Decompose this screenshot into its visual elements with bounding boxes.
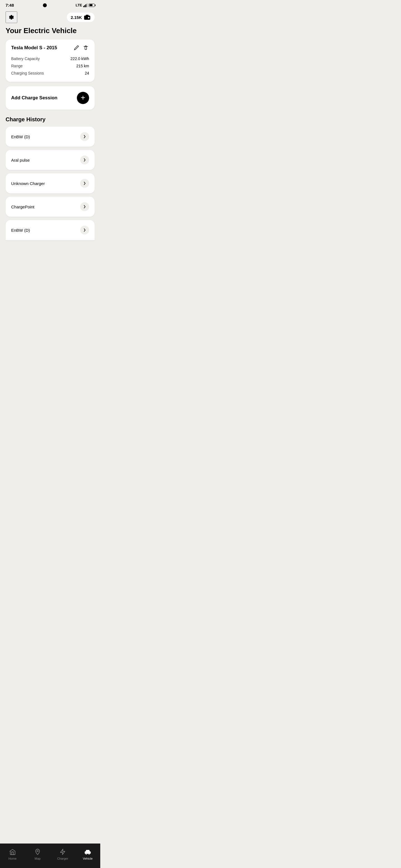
wallet-amount: 2.15K [71, 15, 82, 20]
history-item-name: EnBW (D) [11, 134, 30, 139]
history-item-name: Unknown Charger [11, 181, 45, 186]
chevron-right-icon [80, 132, 89, 141]
vehicle-actions [73, 44, 89, 51]
gear-icon [7, 13, 15, 21]
network-type: LTE [76, 3, 82, 7]
settings-button[interactable] [6, 11, 17, 23]
page-content: Your Electric Vehicle Tesla Model S - 20… [0, 26, 100, 265]
plus-icon: + [81, 94, 85, 101]
svg-rect-2 [88, 17, 89, 18]
vehicle-card: Tesla Model S - 2015 Battery Capacity 22… [6, 39, 95, 82]
sessions-value: 24 [85, 71, 89, 75]
add-session-label: Add Charge Session [11, 95, 57, 101]
edit-icon [74, 45, 79, 51]
camera-dot [43, 3, 47, 7]
chevron-right-icon [80, 179, 89, 188]
history-item[interactable]: ChargePoint [6, 197, 95, 217]
charge-history-title: Charge History [6, 116, 95, 123]
chevron-right-icon [80, 202, 89, 211]
add-session-button[interactable]: + [77, 92, 89, 104]
history-item[interactable]: Unknown Charger [6, 173, 95, 193]
history-item-name: ChargePoint [11, 205, 34, 209]
history-item-name: Aral pulse [11, 158, 30, 162]
history-item-name: EnBW (D) [11, 228, 30, 232]
wallet-icon [84, 15, 90, 20]
add-session-card[interactable]: Add Charge Session + [6, 86, 95, 110]
battery-label: Battery Capacity [11, 57, 40, 61]
signal-icon [83, 3, 87, 7]
chevron-right-icon [80, 226, 89, 235]
edit-vehicle-button[interactable] [73, 44, 80, 51]
camera-notch [43, 3, 47, 7]
wallet-button[interactable]: 2.15K [67, 12, 95, 22]
sessions-row: Charging Sessions 24 [11, 69, 89, 77]
top-bar: 2.15K [0, 9, 100, 26]
history-item[interactable]: EnBW (D) [6, 127, 95, 147]
delete-vehicle-button[interactable] [82, 44, 89, 51]
sessions-label: Charging Sessions [11, 71, 44, 75]
status-icons: LTE [76, 3, 95, 7]
vehicle-header: Tesla Model S - 2015 [11, 44, 89, 51]
battery-icon [89, 4, 95, 7]
status-time: 7:48 [6, 3, 14, 7]
history-item[interactable]: EnBW (D) [6, 220, 95, 240]
battery-row: Battery Capacity 222.0 kWh [11, 55, 89, 62]
svg-rect-1 [86, 15, 89, 16]
range-label: Range [11, 64, 23, 68]
status-bar: 7:48 LTE [0, 0, 100, 9]
vehicle-name: Tesla Model S - 2015 [11, 45, 57, 51]
battery-value: 222.0 kWh [70, 57, 89, 61]
range-row: Range 215 km [11, 62, 89, 69]
history-item[interactable]: Aral pulse [6, 150, 95, 170]
trash-icon [83, 45, 89, 51]
page-title: Your Electric Vehicle [6, 26, 95, 35]
range-value: 215 km [76, 64, 89, 68]
chevron-right-icon [80, 156, 89, 164]
